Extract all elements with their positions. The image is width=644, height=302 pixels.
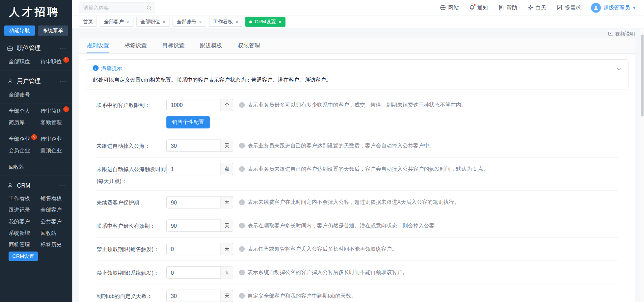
briefcase-icon [7,45,13,51]
collapse-chevron-icon[interactable] [617,65,621,70]
more-icon[interactable]: ··· [60,78,66,84]
field-help: i 表示在领取客户多长时间内，客户仍然是普通、潜在或意向状态，则会掉入公客。 [239,222,440,229]
info-icon: i [239,270,245,275]
expire-tab-days-input[interactable] [166,290,221,302]
sidebar-section-jobs-header[interactable]: 职位管理 ··· [0,38,72,56]
video-icon [608,31,614,36]
field-help: i 表示业务员未跟进自己的客户达到设置的天数后，客户会自动掉入公共客户中。 [239,142,434,149]
topbar-actions: 网站 通知 帮助 白天 [440,3,636,12]
notice-title-row: i 温馨提示 [93,64,612,72]
tab-all-customers[interactable]: 全部客户× [100,17,133,27]
tab-work-board[interactable]: 工作看板× [209,17,242,27]
sidebar-item-pending-resumes[interactable]: 待审简历1 [41,106,72,117]
info-icon: i [239,102,245,108]
user-menu[interactable]: 超级管理员 ▼ [591,3,636,12]
website-link[interactable]: 网站 [440,4,459,11]
app-window: 人才招聘 功能导航 系统菜单 职位管理 ··· 全部职位 待审职位1 [0,0,644,302]
field-help: i 表示系统自动掉公客的客户掉入公客后多长时间不能再领取该客户。 [239,269,408,276]
tab-all-jobs[interactable]: 全部职位× [136,17,169,27]
sidebar-item-all-customers[interactable]: 全部客户 [41,204,72,216]
field-label: 未跟进自动掉入公海： [97,139,166,150]
unrenewed-protection-input[interactable] [166,196,221,208]
sidebar-item-pending-jobs[interactable]: 待审职位1 [41,56,72,68]
field-label: 未续费客户保护期： [97,196,166,207]
count-badge: 1 [63,106,69,112]
sidebar-section-crm: CRM ··· 工作看板 销售看板 跟进记录 全部客户 我的客户 公共客户 系统… [0,175,72,263]
help-link[interactable]: 帮助 [498,4,517,11]
notifications-link[interactable]: 通知 [469,4,488,11]
sidebar-item-public-customers[interactable]: 公共客户 [41,216,72,227]
sidebar-item-crm-settings[interactable]: CRM设置 [9,250,41,262]
menu-group: 全部个人 待审简历1 简历库 客勤管理 [0,103,72,130]
sidebar-item-pending-companies[interactable]: 待审企业 [41,133,72,145]
sidebar-item-opportunity-management[interactable]: 商机管理 [9,239,41,250]
field-help: i 表示业务员最多可以拥有多少联系中的客户，成交、暂停、到期未续费这三种状态不算… [239,101,466,109]
theme-toggle[interactable]: 白天 [527,4,546,11]
no-follow-days-input[interactable] [166,139,221,152]
sidebar-item-tag-history[interactable]: 标签历史 [41,239,72,250]
field-label: 联系中客户最长有效期： [97,220,166,230]
search-input[interactable] [79,2,155,13]
sidebar-item-system-new[interactable]: 系统新增 [9,227,41,239]
tab-rule-settings[interactable]: 规则设置 [87,38,109,53]
close-icon[interactable]: × [235,19,238,25]
sidebar-item-top-companies[interactable]: 置顶企业 [41,145,72,156]
tab-all-accounts[interactable]: 全部账号× [172,17,206,27]
count-badge: 1 [63,57,69,63]
close-icon[interactable]: × [278,19,281,25]
tab-home[interactable]: 首页 [79,17,97,27]
count-badge: 5 [31,134,37,140]
user-name: 超级管理员 [603,4,630,11]
sidebar-item-work-board[interactable]: 工作看板 [9,193,41,204]
search-icon[interactable] [146,5,152,10]
sidebar-item-all-individuals[interactable]: 全部个人 [9,106,41,117]
sidebar-item-all-jobs[interactable]: 全部职位 [9,56,41,68]
sidebar-item-recycle-bin-users[interactable]: 回收站 [9,161,41,173]
close-icon[interactable]: × [162,19,165,25]
field-label: 未跟进自动掉入公海触发时间 (每天几点)： [97,163,166,185]
close-icon[interactable]: × [199,19,202,25]
unit-suffix: 天 [221,139,234,152]
field-label: 禁止领取期限(销售触发)： [97,243,166,253]
info-icon: i [239,246,245,252]
sidebar-tab-function-nav[interactable]: 功能导航 [4,25,35,35]
sidebar-section-crm-header[interactable]: CRM ··· [0,176,72,193]
claim-ban-sales-input[interactable] [166,243,221,255]
claim-ban-system-input[interactable] [166,266,221,278]
page-scrollbar-thumb[interactable] [641,34,643,116]
tab-permission-management[interactable]: 权限管理 [238,38,260,53]
globe-icon [440,4,446,10]
global-search [79,2,155,13]
form-row-contact-max-validity: 联系中客户最长有效期： 天 i 表示在领取客户多长时间内，客户仍然是普通、潜在或… [97,214,618,238]
page-scrollbar-track[interactable] [640,29,644,302]
sidebar-item-all-accounts[interactable]: 全部账号 [9,89,41,101]
tab-tag-settings[interactable]: 标签设置 [125,38,147,53]
more-icon[interactable]: ··· [60,183,66,189]
sidebar-item-customer-service[interactable]: 客勤管理 [41,117,72,129]
sidebar-section-users-header[interactable]: 用户管理 ··· [0,71,72,88]
tab-crm-settings[interactable]: CRM设置× [245,17,286,27]
unit-suffix: 个 [221,99,234,111]
form-row-claim-ban-sales: 禁止领取期限(销售触发)： 天 i 表示销售或超管将客户丢入公客后多长时间不能再… [97,238,618,261]
more-icon[interactable]: ··· [60,45,66,51]
contact-max-validity-input[interactable] [166,220,221,232]
close-icon[interactable]: × [126,19,129,25]
sidebar-item-recycle-bin-crm[interactable]: 回收站 [41,227,72,239]
sales-custom-config-button[interactable]: 销售个性配置 [166,116,210,128]
sidebar-item-resume-library[interactable]: 简历库 [9,117,41,129]
feedback-link[interactable]: 提需求 [557,4,581,11]
sidebar-item-my-customers[interactable]: 我的客户 [9,216,41,227]
sidebar-item-all-companies[interactable]: 全部企业5 [9,133,41,145]
video-help-link[interactable]: 视频说明 [79,30,635,37]
settings-card: 规则设置 标签设置 目标设置 跟进模板 权限管理 i 温馨提示 此处可以自定义设… [79,38,635,302]
sidebar-tab-system-menu[interactable]: 系统菜单 [37,25,68,35]
tab-target-settings[interactable]: 目标设置 [162,38,185,53]
sidebar-item-sales-board[interactable]: 销售看板 [41,193,72,204]
sidebar-item-follow-records[interactable]: 跟进记录 [9,204,41,216]
bell-icon [469,4,475,10]
trigger-hour-input[interactable] [166,163,221,175]
sidebar-item-member-companies[interactable]: 会员企业 [9,145,41,156]
tab-follow-template[interactable]: 跟进模板 [200,38,222,53]
contact-customer-limit-input[interactable] [166,99,221,111]
user-icon [7,183,13,189]
